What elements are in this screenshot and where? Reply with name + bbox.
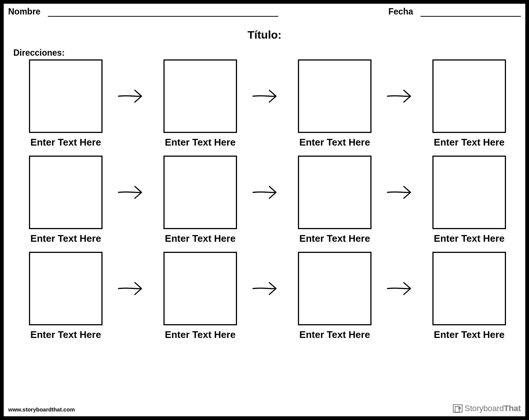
flow-caption[interactable]: Enter Text Here [30, 137, 101, 148]
arrow-icon [384, 156, 419, 229]
flow-caption[interactable]: Enter Text Here [30, 233, 101, 244]
name-label: Nombre [8, 7, 40, 17]
flow-box[interactable] [163, 252, 237, 325]
brand-bold: That [504, 404, 521, 413]
flow-box[interactable] [432, 59, 506, 133]
arrow-icon [384, 59, 419, 133]
arrow-icon [384, 252, 419, 325]
flow-box[interactable] [29, 156, 103, 229]
flow-caption[interactable]: Enter Text Here [30, 329, 101, 341]
flow-cell: Enter Text Here [432, 156, 506, 244]
flow-box[interactable] [298, 59, 371, 133]
flow-row: Enter Text Here Enter Text Here Enter Te… [29, 156, 506, 244]
flow-cell: Enter Text Here [163, 252, 237, 341]
footer-logo: StoryboardThat [453, 404, 521, 413]
flow-box[interactable] [29, 59, 103, 133]
arrow-icon [116, 59, 150, 133]
date-label: Fecha [389, 7, 413, 17]
flow-cell: Enter Text Here [432, 252, 506, 341]
brand-thin: Storyboard [465, 404, 504, 413]
flow-box[interactable] [432, 156, 506, 229]
flow-caption[interactable]: Enter Text Here [165, 329, 236, 341]
worksheet-page: Nombre Fecha Título: Direcciones: Enter … [4, 4, 525, 416]
flow-row: Enter Text Here Enter Text Here Enter Te… [29, 252, 506, 341]
footer-url: www.storyboardthat.com [8, 406, 75, 413]
arrow-icon [250, 156, 285, 229]
flow-grid: Enter Text Here Enter Text Here Enter Te… [8, 59, 521, 341]
flow-caption[interactable]: Enter Text Here [165, 137, 236, 148]
header-row: Nombre Fecha [8, 7, 521, 18]
flow-box[interactable] [298, 252, 371, 325]
flow-cell: Enter Text Here [163, 156, 237, 244]
flow-cell: Enter Text Here [29, 59, 103, 148]
flow-caption[interactable]: Enter Text Here [299, 233, 370, 244]
brand-text: StoryboardThat [465, 404, 521, 413]
name-input-line[interactable] [48, 9, 278, 17]
flow-cell: Enter Text Here [298, 59, 371, 148]
flow-box[interactable] [298, 156, 371, 229]
page-title: Título: [8, 29, 521, 41]
arrow-icon [116, 156, 150, 229]
arrow-icon [116, 252, 150, 325]
flow-caption[interactable]: Enter Text Here [165, 233, 236, 244]
flow-cell: Enter Text Here [432, 59, 506, 148]
flow-caption[interactable]: Enter Text Here [299, 137, 370, 148]
flow-cell: Enter Text Here [298, 252, 371, 341]
flow-caption[interactable]: Enter Text Here [299, 329, 370, 341]
flow-box[interactable] [163, 156, 237, 229]
arrow-icon [250, 59, 285, 133]
flow-caption[interactable]: Enter Text Here [434, 329, 504, 341]
flow-cell: Enter Text Here [29, 252, 103, 341]
arrow-icon [250, 252, 285, 325]
flow-box[interactable] [432, 252, 506, 325]
storyboard-icon [453, 404, 463, 413]
flow-box[interactable] [29, 252, 103, 325]
flow-caption[interactable]: Enter Text Here [434, 233, 504, 244]
flow-cell: Enter Text Here [298, 156, 371, 244]
flow-caption[interactable]: Enter Text Here [434, 137, 504, 148]
flow-box[interactable] [163, 59, 237, 133]
flow-cell: Enter Text Here [29, 156, 103, 244]
flow-row: Enter Text Here Enter Text Here Enter Te… [29, 59, 506, 148]
flow-cell: Enter Text Here [163, 59, 237, 148]
date-input-line[interactable] [421, 9, 521, 17]
directions-label: Direcciones: [13, 48, 521, 58]
